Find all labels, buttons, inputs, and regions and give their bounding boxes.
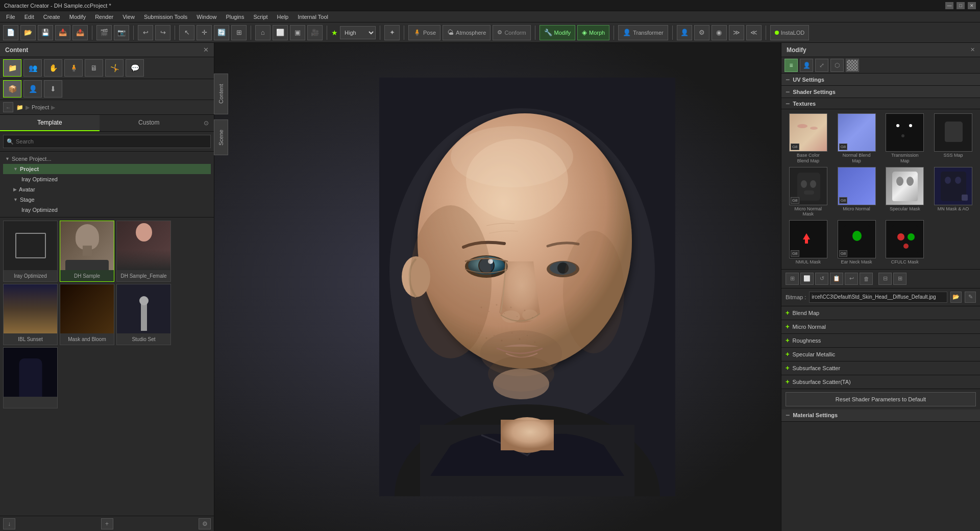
menu-view[interactable]: View	[118, 13, 139, 21]
tab-icon-hand[interactable]: ✋	[44, 59, 62, 77]
modify-toolbar-button[interactable]: 🔧 Modify	[540, 25, 575, 40]
menu-window[interactable]: Window	[192, 13, 220, 21]
tabs-collapse-button[interactable]: ⊙	[199, 115, 214, 131]
import-button[interactable]: 📥	[55, 25, 70, 40]
transformer-button[interactable]: 👤 Transformer	[618, 25, 668, 40]
undo-button[interactable]: ↩	[138, 25, 153, 40]
menu-modify[interactable]: Modify	[65, 13, 90, 21]
modify-tab-people[interactable]: 👤	[800, 59, 813, 72]
modify-tab-mesh[interactable]: ⬡	[830, 59, 844, 72]
tree-avatar[interactable]: ▶ Avatar	[3, 184, 211, 195]
menu-internal-tool[interactable]: Internal Tool	[293, 13, 332, 21]
grid-item-folder[interactable]: Iray Optimized	[3, 221, 58, 282]
tab-icon-box[interactable]: 📦	[3, 80, 21, 98]
pose-button[interactable]: 🧍 Pose	[408, 25, 440, 40]
texture-base-color[interactable]: G8 Base ColorBlend Map	[786, 113, 831, 164]
home-button[interactable]: ⌂	[255, 25, 271, 40]
light-button[interactable]: ✦	[384, 25, 400, 40]
tab-icon-figure[interactable]: 🧍	[64, 59, 83, 77]
specular-metallic-header[interactable]: + Specular Metallic	[781, 348, 980, 361]
menu-file[interactable]: File	[2, 13, 19, 21]
minimize-button[interactable]: —	[945, 2, 953, 9]
texture-normal-blend[interactable]: G8 Normal BlendMap	[834, 113, 879, 164]
menu-script[interactable]: Script	[249, 13, 272, 21]
save-button[interactable]: 💾	[38, 25, 53, 40]
tab-icon-speech[interactable]: 💬	[126, 59, 144, 77]
camera-button[interactable]: 🎥	[307, 25, 323, 40]
breadcrumb-home-icon[interactable]: 📁	[16, 104, 23, 111]
tree-stage[interactable]: ▼ Stage	[3, 195, 211, 205]
tree-scene-project[interactable]: ▼ Scene Project...	[3, 154, 211, 164]
quality-dropdown[interactable]: Low Medium High Ultra	[340, 26, 376, 39]
toolbar-extra4[interactable]: ≫	[729, 25, 744, 40]
back-button[interactable]: ←	[3, 102, 13, 112]
instalod-button[interactable]: InstaLOD	[770, 25, 809, 40]
menu-create[interactable]: Create	[39, 13, 64, 21]
tree-project[interactable]: ▼ Project	[3, 164, 211, 174]
uv-settings-header[interactable]: − UV Settings	[781, 74, 980, 86]
side-tab-content[interactable]: Content	[214, 74, 228, 114]
grid-item-dh-female[interactable]: DH Sample_Female	[116, 221, 171, 282]
grid-item-mask-bloom[interactable]: Mask and Bloom	[60, 284, 114, 345]
tex-tool-fit[interactable]: ⊞	[786, 273, 799, 285]
bitmap-edit-button[interactable]: ✎	[965, 292, 976, 303]
tex-tool-extra1[interactable]: ⊟	[878, 273, 892, 285]
maximize-button[interactable]: □	[957, 2, 965, 9]
grid-item-studio-set[interactable]: Studio Set	[116, 284, 171, 345]
menu-edit[interactable]: Edit	[20, 13, 38, 21]
footer-settings-button[interactable]: ⚙	[199, 518, 211, 529]
tex-tool-copy[interactable]: 📋	[830, 273, 843, 285]
tab-icon-people[interactable]: 👥	[23, 59, 42, 77]
modify-tab-sliders[interactable]: ≡	[785, 59, 798, 72]
grid-item-dh-sample[interactable]: DH Sample	[60, 221, 114, 282]
texture-sss-map[interactable]: SSS Map	[930, 113, 976, 164]
texture-ear-neck-mask[interactable]: G8 Ear Neck Mask	[834, 220, 879, 265]
render-button[interactable]: 🎬	[96, 25, 112, 40]
toolbar-extra3[interactable]: ◉	[712, 25, 727, 40]
blend-map-header[interactable]: + Blend Map	[781, 306, 980, 320]
tree-iray-optimized-1[interactable]: Iray Optimized	[3, 174, 211, 184]
close-button[interactable]: ✕	[968, 2, 976, 9]
modify-close-button[interactable]: ✕	[970, 46, 975, 53]
menu-help[interactable]: Help	[273, 13, 293, 21]
texture-specular-mask[interactable]: Specular Mask	[883, 167, 928, 218]
texture-nmul-mask[interactable]: G8 NMUL Mask	[786, 220, 831, 265]
texture-transmission[interactable]: TransmissionMap	[883, 113, 928, 164]
tab-icon-monitor[interactable]: 🖥	[85, 59, 103, 77]
tab-icon-person2[interactable]: 👤	[23, 80, 42, 98]
subsurface-scatter-header[interactable]: + Subsurface Scatter	[781, 361, 980, 375]
texture-cfulc-mask[interactable]: CFULC Mask	[883, 220, 928, 265]
menu-render[interactable]: Render	[91, 13, 117, 21]
atmosphere-button[interactable]: 🌤 Atmosphere	[443, 25, 491, 40]
render2-button[interactable]: 📷	[114, 25, 129, 40]
morph-button[interactable]: ◈ Morph	[577, 25, 609, 40]
conform-button[interactable]: ⚙ Conform	[493, 25, 530, 40]
toolbar-extra1[interactable]: 👤	[677, 25, 692, 40]
menu-plugins[interactable]: Plugins	[222, 13, 248, 21]
template-tab[interactable]: Template	[0, 115, 100, 131]
tex-tool-undo[interactable]: ↩	[845, 273, 858, 285]
frame-button[interactable]: ▣	[290, 25, 305, 40]
tex-tool-frame[interactable]: ⬜	[800, 273, 814, 285]
open-button[interactable]: 📂	[20, 25, 36, 40]
tex-tool-rotate[interactable]: ↺	[815, 273, 828, 285]
content-close-button[interactable]: ✕	[203, 46, 209, 54]
viewport[interactable]	[214, 43, 781, 531]
grid-item-dark-figure[interactable]	[3, 347, 58, 408]
fit-button[interactable]: ⬜	[273, 25, 288, 40]
tex-tool-delete[interactable]: 🗑	[860, 273, 873, 285]
redo-button[interactable]: ↪	[155, 25, 170, 40]
scale-button[interactable]: ⊞	[231, 25, 247, 40]
texture-micro-normal[interactable]: G8 Micro Normal	[834, 167, 879, 218]
tab-icon-figure2[interactable]: 🤸	[105, 59, 124, 77]
texture-micro-normal-mask[interactable]: G8 Micro NormalMask	[786, 167, 831, 218]
side-tab-scene[interactable]: Scene	[214, 119, 228, 155]
texture-mn-mask-ao[interactable]: MN Mask & AO	[930, 167, 976, 218]
breadcrumb-project-label[interactable]: Project	[32, 104, 49, 110]
textures-header[interactable]: − Textures	[781, 98, 980, 109]
footer-down-button[interactable]: ↓	[3, 518, 15, 529]
footer-add-button[interactable]: +	[101, 518, 113, 529]
reset-shader-button[interactable]: Reset Shader Parameters to Default	[786, 392, 976, 406]
toolbar-extra5[interactable]: ≪	[746, 25, 762, 40]
tab-icon-folder[interactable]: 📁	[3, 59, 21, 77]
